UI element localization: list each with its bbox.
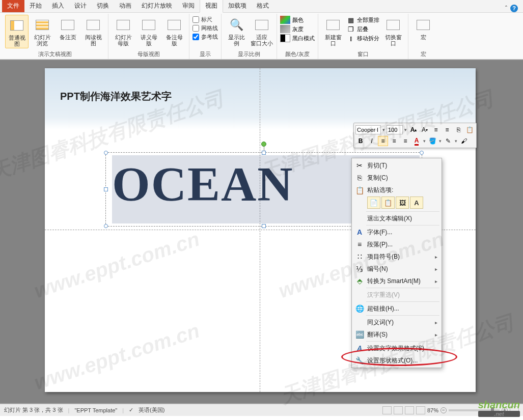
reading-view-icon[interactable] [405,406,414,414]
mini-font-combo[interactable] [355,125,381,134]
zoom-level[interactable]: 87% [427,407,438,413]
rotation-handle[interactable] [261,142,266,147]
minimize-ribbon-icon[interactable]: ˆ [505,5,507,12]
cm-cut[interactable]: ✂剪切(T) [353,159,441,172]
gridlines-checkbox[interactable]: 网格线 [192,24,218,32]
italic-button[interactable]: I [367,136,377,146]
notes-master-button[interactable]: 备注母版 [162,15,186,47]
font-a-icon: A [355,228,364,237]
bw-mode-button[interactable]: 黑白模式 [280,34,315,42]
grayscale-mode-button[interactable]: 灰度 [280,25,315,33]
cm-smartart[interactable]: ⬘转换为 SmartArt(M)▸ [353,275,441,287]
slide-workspace: PPT制作海洋效果艺术字 OCEAN ▾ ▾ A▴ A▾ ≡ ≡ ⎘ [0,60,523,404]
guides-checkbox[interactable]: 参考线 [192,33,218,41]
zoom-button[interactable]: 🔍显示比例 [225,15,248,47]
resize-handle-s[interactable] [262,224,266,228]
sorter-view-icon[interactable] [394,406,403,414]
paste-icon[interactable]: 📋 [464,125,475,135]
mini-size-combo[interactable] [387,125,403,134]
cm-translate[interactable]: 🔤翻译(S)▸ [353,328,441,341]
cm-bullets[interactable]: ∷项目符号(B)▸ [353,250,441,263]
grow-font-icon[interactable]: A▴ [408,125,419,135]
tab-view[interactable]: 视图 [200,0,223,13]
reading-view-button[interactable]: 阅读视图 [81,15,105,47]
chevron-down-icon[interactable]: ▾ [423,138,426,144]
align-center-button[interactable]: ≡ [389,136,399,146]
switch-windows-button[interactable]: 切换窗口 [381,15,405,47]
cm-paragraph[interactable]: ≡段落(P)... [353,238,441,250]
tab-review[interactable]: 审阅 [177,0,200,12]
chevron-down-icon[interactable]: ▾ [382,127,386,132]
cm-thesaurus[interactable]: 同义词(Y)▸ [353,316,441,328]
resize-handle-n[interactable] [262,151,266,155]
align-right-button[interactable]: ≡ [400,136,410,146]
font-color-button[interactable]: A [411,136,422,146]
tab-slideshow[interactable]: 幻灯片放映 [136,0,177,12]
status-language[interactable]: 英语(美国) [139,406,164,414]
shrink-font-icon[interactable]: A▾ [420,125,430,135]
cascade-button[interactable]: ❐层叠 [347,25,379,33]
group-window: 窗口 [321,49,405,59]
tab-addins[interactable]: 加载项 [223,0,252,12]
tab-file[interactable]: 文件 [2,0,24,12]
help-icon[interactable]: ? [510,5,518,12]
cm-numbering[interactable]: ⅓编号(N)▸ [353,263,441,275]
paste-options-label: 📋粘贴选项: [353,184,441,195]
copy-icon[interactable]: ⎘ [453,125,463,135]
guide-vertical[interactable] [260,68,260,392]
wordart-text[interactable]: OCEAN [112,160,294,209]
spellcheck-icon[interactable]: ✓ [129,407,133,413]
paste-text-only-button[interactable]: A [410,197,423,209]
fill-color-button[interactable]: 🪣 [427,136,437,146]
resize-handle-w[interactable] [104,187,108,191]
tab-transitions[interactable]: 切换 [92,0,114,12]
tab-format[interactable]: 格式 [252,0,274,12]
paste-keep-source-button[interactable]: 📄 [367,197,380,209]
cm-hyperlink[interactable]: 🌐超链接(H)... [353,302,441,315]
arrange-all-button[interactable]: ▦全部重排 [347,16,379,24]
zoom-out-button[interactable]: − [441,407,447,413]
move-split-button[interactable]: ⫿移动拆分 [347,34,379,42]
normal-view-button[interactable]: 普通视图 [5,15,29,48]
color-mode-button[interactable]: 颜色 [280,16,315,24]
resize-handle-ne[interactable] [420,151,424,155]
align-left-button[interactable]: ≡ [378,136,388,146]
group-zoom: 显示比例 [225,49,273,59]
fit-window-button[interactable]: 适应 窗口大小 [250,15,273,47]
paste-picture-button[interactable]: 🖼 [396,197,409,209]
notes-page-button[interactable]: 备注页 [56,15,79,41]
chevron-right-icon: ▸ [435,332,437,338]
cm-copy[interactable]: ⎘复制(C) [353,172,441,184]
decrease-indent-icon[interactable]: ≡ [431,125,441,135]
slide-master-button[interactable]: 幻灯片母版 [112,15,135,47]
tab-animations[interactable]: 动画 [114,0,136,12]
handout-master-button[interactable]: 讲义母版 [137,15,160,47]
format-painter-button[interactable]: 🖌 [459,136,469,146]
tab-design[interactable]: 设计 [69,0,92,12]
ruler-checkbox[interactable]: 标尺 [192,16,218,23]
resize-handle-nw[interactable] [104,151,108,155]
chevron-down-icon[interactable]: ▾ [404,127,407,132]
chevron-down-icon[interactable]: ▾ [454,138,458,144]
macros-button[interactable]: 宏 [411,15,435,41]
tab-insert[interactable]: 插入 [47,0,69,12]
bold-button[interactable]: B [355,136,366,146]
slideshow-view-icon[interactable] [416,406,425,414]
resize-handle-sw[interactable] [104,224,108,228]
copy-icon: ⎘ [355,173,364,182]
scissors-icon: ✂ [355,161,364,170]
cm-exit-text-edit[interactable]: 退出文本编辑(X) [353,212,441,225]
cm-font[interactable]: A字体(F)... [353,226,441,238]
chevron-down-icon[interactable]: ▾ [438,138,442,144]
outline-color-button[interactable]: ✎ [443,136,453,146]
slide-sorter-button[interactable]: 幻灯片浏览 [31,15,54,47]
paragraph-icon: ≡ [355,240,364,249]
normal-view-icon[interactable] [382,406,392,414]
tab-home[interactable]: 开始 [24,0,47,12]
cm-shape-format[interactable]: 🔧设置形状格式(O)... [353,354,441,367]
increase-indent-icon[interactable]: ≡ [442,125,452,135]
paste-use-dest-button[interactable]: 📋 [381,197,395,209]
cm-text-effects-format[interactable]: A设置文字效果格式(S)... [353,342,441,354]
hyperlink-icon: 🌐 [355,304,364,313]
new-window-button[interactable]: 新建窗口 [321,15,345,47]
